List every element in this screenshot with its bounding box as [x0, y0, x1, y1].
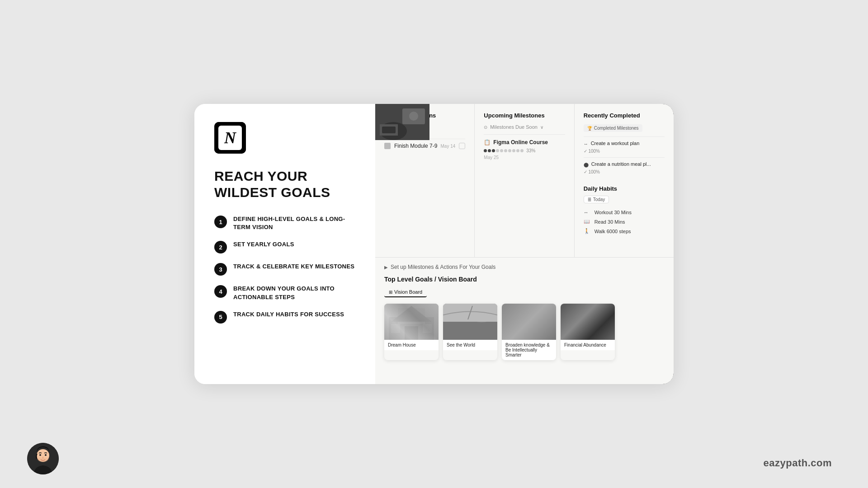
milestone-date: May 25 — [484, 155, 565, 160]
svg-rect-3 — [384, 304, 439, 340]
vision-img-dream-house — [384, 304, 439, 340]
svg-text:N: N — [224, 129, 237, 147]
step-item-2: 2 SET YEARLY GOALS — [214, 240, 355, 253]
step-number-1: 1 — [214, 216, 227, 228]
step-text-5: TRACK DAILY HABITS FOR SUCCESS — [233, 310, 344, 319]
action-date: May 14 — [441, 144, 456, 149]
vision-img-financial — [561, 304, 615, 340]
toggle-text: Set up Milestones & Actions For Your Goa… — [391, 264, 495, 270]
milestone-item: 📋 Figma Online Course — [484, 134, 565, 164]
progress-dots — [484, 149, 524, 152]
read-icon: 📖 — [584, 219, 591, 225]
step-text-1: DEFINE HIGH-LEVEL GOALS & LONG-TERM VISI… — [233, 215, 355, 231]
habit-item-2: 📖 Read 30 Mins — [584, 217, 665, 226]
step-item-5: 5 TRACK DAILY HABITS FOR SUCCESS — [214, 310, 355, 324]
notion-bottom-section: ▶ Set up Milestones & Actions For Your G… — [375, 258, 674, 366]
habit-text-3: Walk 6000 steps — [594, 229, 631, 234]
left-panel: N REACH YOUR WILDEST GOALS 1 DEFINE HIGH… — [194, 104, 375, 384]
vision-img-knowledge — [502, 304, 556, 340]
svg-rect-4 — [389, 317, 434, 340]
recently-completed-col: Recently Completed 🏆 Completed Milestone… — [575, 104, 674, 257]
notion-logo: N — [214, 122, 246, 154]
step-number-3: 3 — [214, 263, 227, 276]
daily-habits-header: Daily Habits — [584, 185, 665, 192]
step-number-5: 5 — [214, 311, 227, 324]
milestone-icon: 📋 — [484, 139, 491, 145]
milestones-header: Upcoming Milestones — [484, 112, 565, 119]
svg-rect-8 — [391, 324, 400, 333]
step-item-4: 4 BREAK DOWN YOUR GOALS INTO ACTIONABLE … — [214, 285, 355, 301]
completed-name-1: Create a workout plan — [591, 141, 640, 146]
progress-pct: 33% — [526, 148, 535, 153]
steps-list: 1 DEFINE HIGH-LEVEL GOALS & LONG-TERM VI… — [214, 215, 355, 324]
step-text-4: BREAK DOWN YOUR GOALS INTO ACTIONABLE ST… — [233, 285, 355, 301]
svg-point-33 — [45, 454, 47, 456]
svg-marker-6 — [391, 306, 432, 322]
action-avatar — [384, 143, 391, 149]
completed-item-1: ↔ Create a workout plan ✓ 100% — [584, 136, 665, 157]
vision-label-knowledge: Broaden knowledge & Be Intellectually Sm… — [502, 340, 556, 360]
tab-vision-board[interactable]: ⊞ Vision Board — [384, 287, 427, 297]
step-text-2: SET YEARLY GOALS — [233, 240, 294, 249]
vision-card-dream-house[interactable]: Dream House — [384, 304, 439, 360]
vision-section-title: Top Level Goals / Vision Board — [384, 276, 665, 283]
completed-header: Recently Completed — [584, 112, 665, 119]
today-tag-text: Today — [593, 197, 605, 202]
view-tabs: ⊞ Vision Board — [384, 287, 665, 297]
vision-label-see-world: See the World — [443, 340, 497, 350]
vision-card-financial[interactable]: Financial Abundance — [561, 304, 615, 360]
svg-rect-9 — [423, 324, 432, 333]
action-item: Finish Module 7-9 May 14 — [384, 139, 465, 153]
action-checkbox[interactable] — [459, 143, 465, 149]
completed-tag-text: Completed Milestones — [594, 126, 639, 131]
avatar-container — [27, 443, 59, 474]
completed-pct-2: ✓ 100% — [584, 169, 665, 174]
daily-habits-section: Daily Habits ☰ Today ↔ Workout 30 Mins 📖 — [584, 185, 665, 236]
toggle-row[interactable]: ▶ Set up Milestones & Actions For Your G… — [384, 264, 665, 270]
step-number-2: 2 — [214, 241, 227, 253]
habit-text-2: Read 30 Mins — [594, 219, 625, 225]
completed-item-2: ⬤ Create a nutrition meal pl... ✓ 100% — [584, 157, 665, 178]
avatar — [27, 443, 59, 474]
website-text: eazypath.com — [764, 457, 832, 469]
vision-label-dream-house: Dream House — [384, 340, 439, 350]
svg-rect-5 — [398, 308, 425, 324]
upcoming-milestones-col: Upcoming Milestones ⊙ Milestones Due Soo… — [475, 104, 574, 257]
completed-tag: 🏆 Completed Milestones — [584, 124, 642, 132]
completed-name-2: Create a nutrition meal pl... — [591, 161, 651, 167]
action-name: Finish Module 7-9 — [394, 143, 437, 149]
svg-point-32 — [39, 454, 41, 456]
step-item-1: 1 DEFINE HIGH-LEVEL GOALS & LONG-TERM VI… — [214, 215, 355, 231]
habit-item-3: 🚶 Walk 6000 steps — [584, 226, 665, 236]
habit-item-1: ↔ Workout 30 Mins — [584, 208, 665, 217]
main-card: N REACH YOUR WILDEST GOALS 1 DEFINE HIGH… — [194, 104, 674, 384]
svg-rect-7 — [405, 326, 418, 340]
step-number-4: 4 — [214, 285, 227, 298]
milestone-name: Figma Online Course — [493, 139, 548, 145]
vision-card-knowledge[interactable]: Broaden knowledge & Be Intellectually Sm… — [502, 304, 556, 360]
step-text-3: TRACK & CELEBRATE KEY MILESTONES — [233, 263, 354, 271]
right-panel: Upcoming Actions Finish Module 7-9 — [375, 104, 674, 384]
notion-logo-svg: N — [214, 122, 246, 154]
vision-label-financial: Financial Abundance — [561, 340, 615, 350]
notion-dashboard: Upcoming Actions Finish Module 7-9 — [375, 104, 674, 384]
today-tag[interactable]: ☰ Today — [584, 196, 609, 203]
walk-icon: 🚶 — [584, 228, 591, 234]
page-heading: REACH YOUR WILDEST GOALS — [214, 168, 355, 201]
milestones-filter[interactable]: ⊙ Milestones Due Soon ∨ — [484, 124, 565, 130]
toggle-icon: ▶ — [384, 265, 388, 270]
workout-icon: ↔ — [584, 210, 591, 215]
step-item-3: 3 TRACK & CELEBRATE KEY MILESTONES — [214, 263, 355, 276]
avatar-svg — [27, 443, 59, 474]
completed-pct-1: ✓ 100% — [584, 149, 665, 154]
vision-img-see-world — [443, 304, 497, 340]
vision-gallery: Dream House — [384, 304, 665, 360]
habit-text-1: Workout 30 Mins — [594, 210, 632, 215]
vision-card-see-world[interactable]: See the World — [443, 304, 497, 360]
